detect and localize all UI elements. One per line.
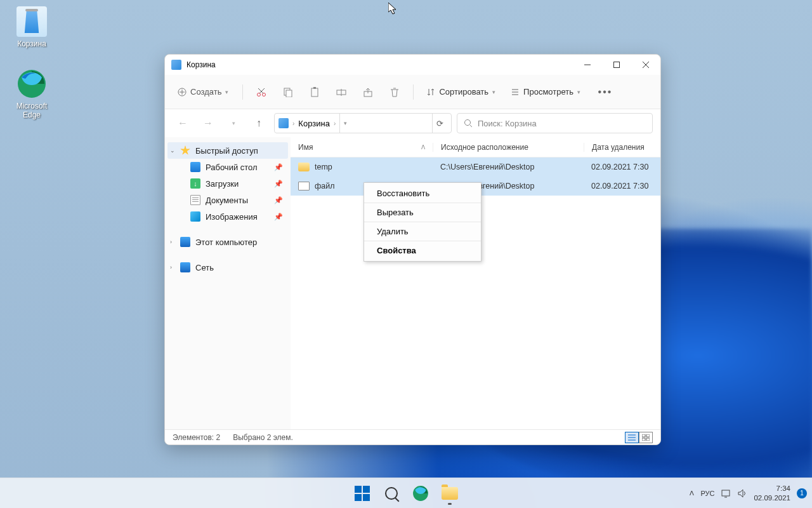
copy-button[interactable] bbox=[276, 81, 300, 104]
window-title: Корзина bbox=[187, 60, 216, 69]
tray-language[interactable]: РУС bbox=[700, 490, 714, 497]
icons-view-button[interactable] bbox=[639, 432, 653, 443]
volume-icon[interactable] bbox=[737, 488, 747, 498]
sidebar-item-label: Документы bbox=[206, 196, 248, 205]
view-icon bbox=[511, 88, 520, 97]
recycle-bin-small-icon bbox=[171, 60, 181, 70]
windows-logo-icon bbox=[355, 486, 370, 501]
column-deleted[interactable]: Дата удаления bbox=[584, 143, 660, 152]
sidebar-downloads[interactable]: ↓ Загрузки 📌 bbox=[167, 175, 288, 192]
pictures-icon bbox=[190, 211, 200, 222]
desktop-edge-label: Microsoft Edge bbox=[8, 102, 56, 119]
svg-rect-28 bbox=[646, 434, 650, 437]
status-selected: Выбрано 2 элем. bbox=[233, 433, 293, 442]
copy-icon bbox=[283, 87, 293, 97]
up-button[interactable]: ↑ bbox=[249, 113, 269, 133]
table-row[interactable]: temp C:\Users\Евгений\Desktop 02.09.2021… bbox=[291, 157, 660, 177]
column-location[interactable]: Исходное расположение bbox=[433, 143, 584, 152]
star-icon bbox=[180, 145, 190, 156]
more-button[interactable]: ••• bbox=[593, 81, 617, 104]
chevron-right-icon: › bbox=[170, 239, 172, 245]
desktop-recycle-label: Корзина bbox=[8, 39, 56, 48]
network-icon[interactable] bbox=[721, 488, 731, 498]
sidebar-item-label: Рабочий стол bbox=[206, 163, 258, 172]
column-name[interactable]: Имяᐱ bbox=[291, 143, 433, 152]
svg-line-23 bbox=[470, 125, 472, 127]
file-deleted: 02.09.2021 7:30 bbox=[591, 182, 648, 190]
rename-button[interactable] bbox=[329, 81, 353, 104]
search-placeholder: Поиск: Корзина bbox=[478, 119, 537, 128]
taskbar-explorer[interactable] bbox=[437, 481, 462, 506]
tray-clock[interactable]: 7:34 02.09.2021 bbox=[754, 484, 790, 503]
pin-icon: 📌 bbox=[274, 196, 283, 204]
sidebar-pictures[interactable]: Изображения 📌 bbox=[167, 208, 288, 225]
refresh-button[interactable]: ⟳ bbox=[432, 114, 447, 133]
column-headers: Имяᐱ Исходное расположение Дата удаления bbox=[291, 137, 660, 157]
context-restore[interactable]: Восстановить bbox=[364, 184, 481, 203]
file-name: temp bbox=[315, 163, 332, 171]
share-icon bbox=[363, 87, 373, 97]
svg-point-9 bbox=[263, 93, 266, 96]
svg-rect-30 bbox=[646, 438, 650, 441]
recycle-bin-small-icon bbox=[278, 118, 289, 128]
sidebar-this-pc[interactable]: › Этот компьютер bbox=[167, 234, 288, 250]
close-button[interactable] bbox=[631, 55, 660, 75]
desktop-icon bbox=[190, 162, 200, 172]
chevron-right-icon: › bbox=[334, 120, 336, 127]
desktop-edge[interactable]: Microsoft Edge bbox=[8, 69, 56, 119]
file-icon bbox=[298, 182, 310, 190]
navbar: ← → ▾ ↑ › Корзина › ▾ ⟳ Поиск: Корзина bbox=[165, 109, 660, 137]
back-button[interactable]: ← bbox=[173, 113, 193, 133]
sidebar-quick-access[interactable]: ⌄ Быстрый доступ bbox=[167, 142, 288, 159]
context-delete[interactable]: Удалить bbox=[364, 222, 481, 241]
svg-rect-29 bbox=[642, 438, 645, 441]
maximize-button[interactable] bbox=[602, 55, 631, 75]
status-count: Элементов: 2 bbox=[173, 433, 220, 442]
system-tray: ᐱ РУС 7:34 02.09.2021 1 bbox=[690, 484, 807, 503]
file-deleted: 02.09.2021 7:30 bbox=[591, 163, 648, 171]
minimize-button[interactable] bbox=[573, 55, 602, 75]
desktop-recycle-bin[interactable]: Корзина bbox=[8, 6, 56, 48]
paste-button[interactable] bbox=[303, 81, 327, 104]
context-cut[interactable]: Вырезать bbox=[364, 203, 481, 222]
tray-overflow[interactable]: ᐱ bbox=[690, 490, 694, 497]
file-location: C:\Users\Евгений\Desktop bbox=[440, 163, 535, 171]
grid-icon bbox=[642, 434, 650, 441]
view-button[interactable]: Просмотреть ▾ bbox=[504, 83, 587, 100]
breadcrumb[interactable]: › Корзина › ▾ ⟳ bbox=[274, 113, 452, 133]
search-icon bbox=[385, 487, 398, 500]
context-properties[interactable]: Свойства bbox=[364, 241, 481, 260]
titlebar[interactable]: Корзина bbox=[165, 55, 660, 75]
recent-button[interactable]: ▾ bbox=[223, 113, 244, 133]
taskbar-edge[interactable] bbox=[408, 481, 433, 506]
edge-icon bbox=[412, 485, 429, 502]
new-button-label: Создать bbox=[190, 87, 221, 97]
sidebar-network[interactable]: › Сеть bbox=[167, 259, 288, 276]
tray-date: 02.09.2021 bbox=[754, 493, 790, 503]
new-button[interactable]: Создать ▾ bbox=[170, 83, 236, 100]
svg-rect-2 bbox=[614, 62, 620, 68]
plus-icon bbox=[178, 88, 187, 97]
ellipsis-icon: ••• bbox=[598, 86, 613, 98]
details-view-button[interactable] bbox=[625, 432, 639, 443]
explorer-window: Корзина Создать ▾ Сортировать ▾ Просмотр… bbox=[164, 54, 661, 445]
context-menu: Восстановить Вырезать Удалить Свойства bbox=[363, 182, 481, 262]
sort-button[interactable]: Сортировать ▾ bbox=[420, 83, 502, 100]
search-input[interactable]: Поиск: Корзина bbox=[457, 113, 653, 133]
forward-button[interactable]: → bbox=[198, 113, 218, 133]
delete-button[interactable] bbox=[383, 81, 407, 104]
document-icon bbox=[190, 195, 200, 205]
breadcrumb-dropdown[interactable]: ▾ bbox=[339, 114, 351, 133]
sidebar-documents[interactable]: Документы 📌 bbox=[167, 192, 288, 208]
sidebar-desktop[interactable]: Рабочий стол 📌 bbox=[167, 159, 288, 175]
share-button[interactable] bbox=[356, 81, 380, 104]
start-button[interactable] bbox=[350, 481, 375, 506]
recycle-bin-icon bbox=[16, 6, 47, 37]
pin-icon: 📌 bbox=[274, 163, 283, 171]
cut-button[interactable] bbox=[249, 81, 273, 104]
search-button[interactable] bbox=[379, 481, 404, 506]
chevron-right-icon: › bbox=[170, 264, 172, 271]
notification-badge[interactable]: 1 bbox=[797, 488, 807, 498]
svg-rect-32 bbox=[722, 490, 730, 496]
sidebar-item-label: Изображения bbox=[206, 212, 258, 222]
